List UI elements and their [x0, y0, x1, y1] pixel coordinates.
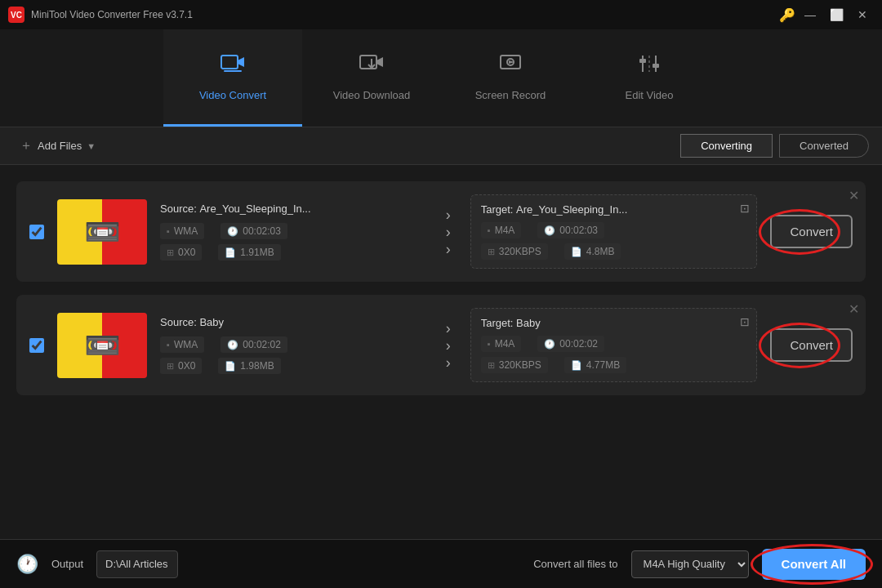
file-2-format: ▪ WMA	[160, 336, 204, 353]
footer-bar: 🕐 Output D:\All Articles Convert all fil…	[0, 539, 882, 588]
maximize-button[interactable]: ⬜	[825, 3, 848, 26]
file-card-2: ✕ 📼 Source: Baby ▪ WMA 🕐 00:02:02	[16, 295, 866, 395]
arrow-divider-1: › › ›	[439, 207, 457, 256]
file-2-size: 📄 1.98MB	[218, 358, 280, 374]
file-2-source-info: Source: Baby ▪ WMA 🕐 00:02:02 ⊞ 0X0 📄	[160, 316, 426, 374]
file-2-target-bitrate: ⊞ 320KBPS	[481, 357, 548, 373]
file-1-source-meta-2: ⊞ 0X0 📄 1.91MB	[160, 244, 426, 261]
svg-rect-12	[653, 64, 659, 68]
output-clock-icon: 🕐	[16, 554, 38, 575]
add-files-icon: ＋	[20, 137, 33, 154]
edit-target-1-button[interactable]: ⊡	[740, 202, 750, 215]
nav-tab-video-download[interactable]: Video Download	[302, 29, 441, 127]
file-card-1: ✕ 📼 Source: Are_You_Sleeping_In... ▪ WMA…	[16, 181, 866, 282]
file-1-target-meta-2: ⊞ 320KBPS 📄 4.8MB	[481, 243, 747, 260]
file-2-target-label: Target: Baby	[481, 317, 747, 329]
file-1-target-size: 📄 4.8MB	[564, 243, 621, 260]
app-title: MiniTool Video Converter Free v3.7.1	[31, 9, 779, 20]
minimize-icon: —	[804, 8, 816, 21]
converted-tab-label: Converted	[800, 140, 849, 152]
file-1-format: ▪ WMA	[160, 223, 204, 239]
file-2-source-name: Baby	[199, 316, 224, 328]
minimize-button[interactable]: —	[799, 3, 822, 26]
file-1-target-label: Target: Are_You_Sleeping_In...	[481, 203, 747, 216]
nav-tab-video-convert[interactable]: Video Convert	[163, 29, 302, 127]
file-1-target-duration: 🕐 00:02:03	[537, 222, 604, 238]
file-1-source-meta: ▪ WMA 🕐 00:02:03	[160, 223, 426, 239]
file-2-target-meta: ▪ M4A 🕐 00:02:02	[481, 336, 747, 352]
video-convert-icon	[220, 52, 246, 81]
window-controls: 🔑 — ⬜ ✕	[779, 3, 874, 26]
file-1-size: 📄 1.91MB	[218, 244, 280, 261]
file-2-source-meta: ▪ WMA 🕐 00:02:02	[160, 336, 426, 353]
title-bar: VC MiniTool Video Converter Free v3.7.1 …	[0, 0, 882, 29]
nav-tab-edit-video[interactable]: Edit Video	[580, 29, 719, 127]
convert-button-2[interactable]: Convert	[770, 328, 853, 362]
screen-record-icon	[497, 52, 523, 81]
video-download-icon	[359, 52, 385, 81]
svg-marker-1	[238, 57, 244, 67]
file-1-thumbnail: 📼	[57, 199, 147, 265]
file-1-source-name: Are_You_Sleeping_In...	[199, 203, 310, 215]
file-2-source-meta-2: ⊞ 0X0 📄 1.98MB	[160, 358, 426, 374]
file-2-target: ⊡ Target: Baby ▪ M4A 🕐 00:02:02 ⊞ 320KBP…	[470, 308, 758, 382]
file-1-source-info: Source: Are_You_Sleeping_In... ▪ WMA 🕐 0…	[160, 203, 426, 261]
convert-all-button[interactable]: Convert All	[762, 549, 866, 580]
file-2-duration: 🕐 00:02:02	[220, 336, 287, 353]
converting-tab-label: Converting	[701, 140, 752, 152]
maximize-icon: ⬜	[830, 8, 844, 21]
nav-tab-screen-record[interactable]: Screen Record	[441, 29, 580, 127]
sub-tabs-bar: ＋ Add Files ▼ Converting Converted	[0, 127, 882, 165]
file-1-duration: 🕐 00:02:03	[220, 223, 287, 239]
svg-rect-11	[639, 59, 646, 63]
file-1-target-bitrate: ⊞ 320KBPS	[481, 243, 548, 260]
close-button[interactable]: ✕	[851, 3, 874, 26]
nav-bar: Video Convert Video Download Screen Reco…	[0, 29, 882, 127]
file-2-target-duration: 🕐 00:02:02	[537, 336, 604, 352]
app-logo: VC	[8, 7, 24, 23]
file-1-target-meta: ▪ M4A 🕐 00:02:03	[481, 222, 747, 238]
close-card-1-button[interactable]: ✕	[849, 188, 859, 203]
clock-icon: 🕐	[227, 226, 238, 237]
file-2-checkbox[interactable]	[29, 338, 44, 353]
file-2-resolution: ⊞ 0X0	[160, 358, 202, 374]
format-icon: ▪	[167, 226, 170, 236]
output-path-select[interactable]: D:\All Articles	[96, 550, 178, 578]
file-1-checkbox[interactable]	[29, 225, 44, 239]
sub-tab-converting[interactable]: Converting	[680, 134, 773, 158]
edit-video-label: Edit Video	[625, 89, 673, 101]
res-icon: ⊞	[167, 247, 174, 258]
file-2-target-meta-2: ⊞ 320KBPS 📄 4.77MB	[481, 357, 747, 373]
add-files-caret-icon: ▼	[87, 141, 96, 151]
close-card-2-button[interactable]: ✕	[849, 301, 859, 317]
file-2-thumbnail: 📼	[57, 313, 147, 378]
file-2-target-format: ▪ M4A	[481, 336, 522, 352]
output-label: Output	[51, 558, 83, 570]
arrow-divider-2: › › ›	[439, 321, 457, 370]
license-icon[interactable]: 🔑	[779, 7, 795, 23]
video-convert-label: Video Convert	[199, 89, 266, 101]
add-files-label: Add Files	[38, 140, 82, 152]
file-1-resolution: ⊞ 0X0	[160, 244, 202, 261]
size-icon: 📄	[225, 247, 236, 258]
svg-rect-2	[224, 70, 242, 72]
edit-video-icon	[636, 52, 662, 81]
screen-record-label: Screen Record	[475, 89, 546, 101]
svg-rect-3	[360, 56, 376, 69]
convert-format-select[interactable]: M4A High Quality	[631, 550, 749, 578]
add-files-button[interactable]: ＋ Add Files ▼	[13, 132, 102, 159]
file-1-target-format: ▪ M4A	[481, 222, 522, 238]
close-icon: ✕	[858, 8, 867, 21]
video-download-label: Video Download	[333, 89, 410, 101]
cassette-icon-2: 📼	[84, 328, 121, 363]
cassette-icon-1: 📼	[84, 215, 121, 249]
file-2-source-label: Source: Baby	[160, 316, 426, 328]
file-1-target: ⊡ Target: Are_You_Sleeping_In... ▪ M4A 🕐…	[470, 194, 758, 269]
edit-target-2-button[interactable]: ⊡	[740, 315, 750, 328]
convert-all-files-label: Convert all files to	[533, 558, 617, 570]
file-1-source-label: Source: Are_You_Sleeping_In...	[160, 203, 426, 215]
content-area: ✕ 📼 Source: Are_You_Sleeping_In... ▪ WMA…	[0, 165, 882, 539]
svg-rect-0	[221, 56, 238, 69]
sub-tab-converted[interactable]: Converted	[779, 134, 869, 158]
convert-button-1[interactable]: Convert	[770, 215, 853, 248]
